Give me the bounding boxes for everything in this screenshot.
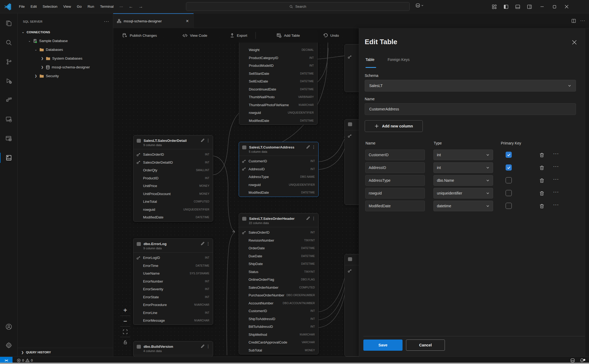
cancel-button[interactable]: Cancel [406, 340, 445, 351]
column-more-options-icon[interactable]: ··· [553, 151, 559, 156]
table-node-error-log[interactable]: dbo.ErrorLog⋮9 column dataErrorLogIDINTE… [133, 238, 213, 325]
column-name-input[interactable]: AddressID [365, 162, 425, 173]
nav-back-icon[interactable]: ← [126, 4, 136, 9]
tab-foreign-keys[interactable]: Foreign Keys [388, 57, 409, 63]
fit-view-button[interactable] [120, 326, 130, 337]
panel-close-icon[interactable] [570, 38, 578, 46]
toggle-secondary-sidebar-icon[interactable] [525, 2, 534, 11]
delete-column-icon[interactable] [539, 152, 545, 158]
query-history-section[interactable]: ❯ QUERY HISTORY [18, 348, 113, 357]
activity-search-icon[interactable] [0, 36, 18, 49]
notifications-bell-icon[interactable] [578, 358, 586, 363]
activity-schema-visualizer-icon[interactable] [0, 151, 18, 164]
activity-explorer-icon[interactable] [0, 17, 18, 30]
minimize-button[interactable] [536, 0, 548, 13]
column-name-input[interactable]: CustomerID [365, 150, 425, 160]
edit-table-icon[interactable] [201, 242, 205, 246]
zoom-in-button[interactable]: + [120, 305, 130, 316]
activity-remote-explorer-icon[interactable] [0, 113, 18, 126]
editor-more-actions-icon[interactable]: ··· [580, 18, 585, 23]
table-node-build-version[interactable]: dbo.BuildVersion⋮4 column data [133, 341, 213, 357]
tree-item-system-databases[interactable]: ❯System Databases [18, 54, 113, 63]
menu-file[interactable]: File [16, 3, 28, 10]
column-type-select[interactable]: int [433, 150, 493, 160]
maximize-button[interactable] [548, 0, 560, 13]
menu-go[interactable]: Go [74, 3, 85, 10]
tree-item-connections[interactable]: ⌄CONNECTIONS [18, 28, 113, 36]
activity-sql-server-icon[interactable] [0, 132, 18, 145]
nav-forward-icon[interactable]: → [136, 4, 146, 9]
add-new-column-button[interactable]: Add new column [365, 120, 423, 132]
tree-item-mssql-schema-designer[interactable]: ❯mssql-schema-designer [18, 63, 113, 72]
primary-key-checkbox[interactable] [506, 203, 512, 209]
tree-item-databases[interactable]: ⌄Databases [18, 45, 113, 54]
table-name-input[interactable]: CustomerAddress [365, 103, 576, 115]
schema-select[interactable]: SalesLT [365, 80, 576, 92]
activity-account-icon[interactable] [0, 320, 18, 333]
table-node-sales-order-detail[interactable]: SalesLT.SalesOrderDetail⋮9 column dataSa… [133, 135, 213, 222]
column-more-options-icon[interactable]: ··· [553, 202, 559, 208]
edit-table-icon[interactable] [201, 138, 205, 142]
editor-scrollbar-gutter[interactable] [585, 28, 589, 357]
zoom-out-button[interactable]: − [120, 316, 130, 326]
edit-table-icon[interactable] [306, 145, 310, 149]
column-type-select[interactable]: int [433, 162, 493, 173]
edit-table-icon[interactable] [306, 216, 310, 220]
menu-more-icon[interactable]: ··· [116, 3, 126, 10]
primary-key-checkbox[interactable] [506, 164, 512, 171]
menu-run[interactable]: Run [85, 3, 97, 10]
tab-close-icon[interactable]: ✕ [184, 18, 190, 24]
search-input[interactable]: Search [186, 2, 410, 11]
table-node-sales-order-header[interactable]: SalesLT.SalesOrderHeader⋮22 column dataS… [239, 213, 319, 354]
copilot-menu[interactable] [415, 3, 424, 8]
toolbar-undo-button[interactable]: Undo [321, 31, 341, 40]
table-menu-icon[interactable]: ⋮ [206, 242, 210, 246]
copilot-status-icon[interactable] [568, 358, 578, 363]
delete-column-icon[interactable] [539, 164, 545, 171]
delete-column-icon[interactable] [539, 190, 545, 196]
save-button[interactable]: Save [363, 340, 403, 351]
activity-source-control-icon[interactable] [0, 55, 18, 68]
toggle-sidebar-icon[interactable] [501, 2, 510, 11]
column-name-input[interactable]: AddressType [365, 175, 425, 186]
toggle-panel-icon[interactable] [513, 2, 522, 11]
toolbar-view-code-button[interactable]: View Code [180, 31, 209, 40]
delete-column-icon[interactable] [539, 203, 545, 209]
tab-mssql-schema-designer[interactable]: mssql-schema-designer ✕ [113, 13, 194, 28]
close-window-button[interactable] [560, 0, 573, 13]
primary-key-checkbox[interactable] [506, 152, 512, 158]
column-name-input[interactable]: rowguid [365, 188, 425, 198]
customize-layout-icon[interactable] [490, 2, 499, 11]
menu-edit[interactable]: Edit [28, 3, 40, 10]
column-name-input[interactable]: ModifiedDate [365, 201, 425, 211]
toolbar-publish-changes-button[interactable]: Publish Changes [120, 31, 159, 40]
table-menu-icon[interactable]: ⋮ [206, 344, 210, 348]
lock-canvas-button[interactable] [120, 337, 130, 348]
tree-item-security[interactable]: ❯Security [18, 72, 113, 80]
toolbar-export-button[interactable]: Export [228, 31, 249, 40]
column-type-select[interactable]: dbo.Name [433, 175, 493, 186]
activity-extensions-icon[interactable] [0, 94, 18, 106]
activity-settings-icon[interactable] [0, 339, 18, 352]
menu-terminal[interactable]: Terminal [97, 3, 116, 10]
menu-view[interactable]: View [60, 3, 74, 10]
table-node-product-partial[interactable]: WeightDECIMALProductCategoryIDINTProduct… [239, 31, 318, 125]
activity-run-debug-icon[interactable] [0, 75, 18, 87]
tree-item-sample-database[interactable]: ⌄Sample Database [18, 36, 113, 45]
table-node-customer-address[interactable]: SalesLT.CustomerAddress⋮5 column dataCus… [239, 142, 319, 197]
sidebar-more-actions-icon[interactable]: ··· [104, 19, 109, 24]
table-menu-icon[interactable]: ⋮ [312, 216, 316, 220]
split-editor-icon[interactable] [571, 19, 576, 23]
table-menu-icon[interactable]: ⋮ [312, 145, 316, 149]
table-menu-icon[interactable]: ⋮ [206, 138, 210, 142]
tab-table[interactable]: Table [365, 57, 374, 63]
column-more-options-icon[interactable]: ··· [553, 176, 559, 182]
column-type-select[interactable]: datetime [433, 201, 493, 211]
column-more-options-icon[interactable]: ··· [553, 163, 559, 169]
toolbar-add-table-button[interactable]: Add Table [274, 31, 302, 40]
menu-selection[interactable]: Selection [40, 3, 60, 10]
edit-table-icon[interactable] [201, 344, 205, 348]
column-more-options-icon[interactable]: ··· [553, 189, 559, 195]
column-type-select[interactable]: uniqueidentifier [433, 188, 493, 198]
delete-column-icon[interactable] [539, 177, 545, 184]
